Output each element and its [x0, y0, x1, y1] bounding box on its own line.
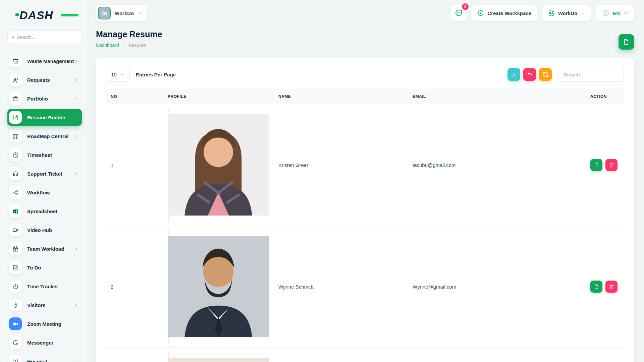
sidebar-item-portfolio[interactable]: Portfolio	[7, 90, 82, 107]
resume-table-card: 10 Entries Per Page NO	[96, 58, 634, 362]
logo-accent-bar	[61, 14, 78, 16]
export-button[interactable]	[507, 68, 520, 81]
sidebar-item-messenger[interactable]: Messenger	[7, 334, 82, 351]
hospital-icon	[9, 355, 22, 362]
delete-resume-button[interactable]	[605, 159, 618, 171]
check-square-icon	[9, 261, 22, 274]
refresh-button[interactable]	[539, 68, 552, 81]
plus-circle-icon	[477, 10, 484, 16]
column-header-email[interactable]: EMAIL↑↓	[408, 89, 586, 104]
file-icon	[594, 284, 599, 289]
sidebar-item-spreadsheet[interactable]: x Spreadsheet	[7, 203, 82, 220]
entries-per-page-select[interactable]: 10	[106, 67, 130, 82]
chevron-right-icon	[74, 97, 78, 101]
chevron-right-icon	[74, 172, 78, 176]
chevron-down-icon	[623, 11, 628, 15]
chevron-down-icon	[138, 11, 143, 15]
undo-arrow-icon	[527, 72, 533, 77]
avatar	[168, 351, 269, 362]
create-workspace-button[interactable]: Create Workspace	[471, 5, 537, 21]
chat-bubble-icon	[9, 336, 22, 349]
sidebar-item-timesheet[interactable]: Timesheet	[7, 146, 82, 163]
row-email: smith@gmail.com	[408, 348, 586, 362]
chat-bubble-icon	[454, 9, 463, 17]
workspace-selector[interactable]: WorkDo	[96, 5, 147, 21]
sidebar-item-video-hub[interactable]: Video Hub	[7, 222, 82, 238]
page-header: Manage Resume Dashboard Resume	[96, 29, 634, 50]
avatar	[168, 230, 269, 344]
sidebar-item-requests[interactable]: Requests	[7, 71, 82, 88]
globe-icon	[602, 9, 609, 17]
chevron-down-icon	[120, 72, 125, 77]
table-header-row: NO PROFILE↑↓ NAME↑↓ EMAIL↑↓ ACTION	[106, 89, 624, 104]
chevron-right-icon	[74, 78, 78, 82]
sidebar-item-time-tracker[interactable]: Time Tracker	[7, 278, 82, 295]
clock-icon	[9, 148, 22, 161]
row-name: Smith Fowler	[274, 348, 408, 362]
create-resume-button[interactable]	[619, 34, 634, 50]
row-email: Wynne@gmail.com	[408, 226, 586, 348]
sidebar-item-waste-management[interactable]: Waste Management	[7, 53, 82, 69]
workspace-avatar	[98, 7, 111, 19]
sidebar-item-resume-builder[interactable]: Resume Builder	[7, 109, 82, 126]
breadcrumb: Dashboard Resume	[96, 43, 162, 48]
chevron-right-icon	[74, 247, 78, 251]
user-plus-icon	[9, 73, 22, 86]
trash-icon	[609, 284, 614, 289]
table-row: 1 Kristen Greer tecubu@gmail.com	[106, 104, 624, 226]
back-button[interactable]	[523, 68, 536, 81]
sidebar-item-zoom-meeting[interactable]: Zoom Meeting	[7, 315, 82, 332]
breadcrumb-current: Resume	[128, 43, 146, 48]
avatar	[168, 108, 269, 222]
file-icon	[594, 162, 599, 168]
breadcrumb-dashboard-link[interactable]: Dashboard	[96, 43, 119, 48]
person-icon	[9, 299, 22, 311]
table-row: 2 Wynne Schmidt Wynne@gmail.com	[106, 226, 624, 348]
sidebar-item-visitors[interactable]: Visitors	[7, 297, 82, 313]
column-header-profile[interactable]: PROFILE↑↓	[163, 89, 274, 104]
notification-badge: 0	[462, 3, 469, 10]
trash-icon	[609, 163, 614, 168]
dash-logo: DASH	[19, 9, 70, 22]
trash-icon	[9, 55, 22, 67]
sort-icon[interactable]: ↑↓	[264, 95, 269, 99]
column-header-name[interactable]: NAME↑↓	[274, 89, 408, 104]
table-row: 3 Smith Fowler smith@gmail.com	[106, 348, 624, 362]
grid-plus-icon	[548, 10, 555, 16]
sidebar-item-team-workload[interactable]: Team Workload	[7, 240, 82, 257]
sidebar: DASH Waste Management Requests Portfolio	[0, 0, 87, 362]
row-name: Kristen Greer	[274, 104, 408, 226]
sort-icon[interactable]: ↑↓	[576, 95, 581, 99]
column-header-no[interactable]: NO	[106, 89, 163, 104]
row-number: 3	[106, 348, 163, 362]
delete-resume-button[interactable]	[605, 281, 618, 293]
chevron-right-icon	[74, 359, 78, 362]
page-title: Manage Resume	[96, 29, 162, 39]
sidebar-item-to-do[interactable]: To Do	[7, 259, 82, 276]
sidebar-item-support-ticket[interactable]: Support Ticket	[7, 165, 82, 182]
table-search-input[interactable]	[558, 67, 624, 82]
sidebar-item-hospital[interactable]: Hospital	[7, 353, 82, 362]
row-number: 2	[106, 226, 163, 348]
logo-text: DASH	[19, 9, 53, 21]
sort-icon[interactable]: ↑↓	[398, 95, 403, 99]
refresh-icon	[543, 72, 548, 77]
workspace-menu-button[interactable]: WorkDo	[542, 5, 591, 21]
sidebar-search-input[interactable]	[17, 35, 77, 40]
column-header-action: ACTION	[586, 89, 624, 104]
view-resume-button[interactable]	[590, 159, 602, 171]
chevron-down-icon	[581, 11, 585, 15]
sidebar-item-roadmap-central[interactable]: RoadMap Central	[7, 128, 82, 144]
sidebar-item-workflow[interactable]: Workflow	[7, 184, 82, 201]
chevron-right-icon	[74, 59, 78, 63]
sidebar-search[interactable]	[7, 31, 82, 44]
excel-icon: x	[9, 205, 22, 218]
headphones-icon	[9, 167, 22, 180]
video-icon	[9, 224, 22, 236]
calendar-icon	[9, 242, 22, 255]
view-resume-button[interactable]	[590, 281, 602, 293]
file-icon	[623, 39, 630, 45]
messages-button[interactable]: 0	[450, 5, 467, 21]
language-selector[interactable]: EN	[596, 5, 634, 21]
file-text-icon	[9, 111, 22, 124]
